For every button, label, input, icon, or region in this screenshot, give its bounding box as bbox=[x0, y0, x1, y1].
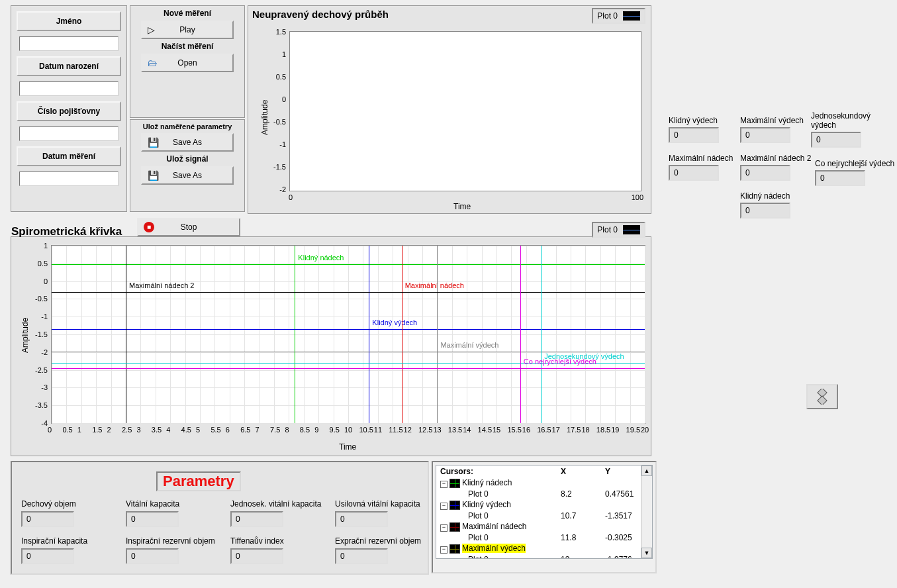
scroll-up-icon[interactable]: ▲ bbox=[641, 466, 652, 476]
readout-label: Maximální nádech bbox=[669, 154, 733, 163]
new-measure-title: Nové měření bbox=[130, 9, 244, 18]
param-label: Inspirační kapacita bbox=[21, 536, 87, 546]
readout-label: Co nejrychlejší výdech bbox=[815, 159, 894, 168]
raw-chart-xlabel: Time bbox=[453, 202, 471, 211]
spiro-chart-area[interactable]: 00.511.522.533.544.555.566.577.588.599.5… bbox=[51, 245, 645, 424]
stop-button[interactable]: ■ Stop bbox=[137, 218, 240, 236]
readout-value[interactable] bbox=[815, 170, 865, 186]
readout-value[interactable] bbox=[740, 203, 790, 219]
param-label: Jednosek. vitální kapacita bbox=[230, 499, 321, 509]
param-label: Usilovná vitální kapacita bbox=[335, 499, 420, 509]
param-value[interactable] bbox=[230, 548, 283, 564]
param-label: Exprační rezervní objem bbox=[335, 536, 421, 546]
param-value[interactable] bbox=[230, 511, 283, 527]
param-label: Vitální kapacita bbox=[126, 499, 179, 509]
actions-panel-2: Ulož naměřené parametry 💾 Save As Ulož s… bbox=[130, 119, 245, 212]
readout-value[interactable] bbox=[740, 165, 790, 181]
save-params-title: Ulož naměřené parametry bbox=[130, 122, 244, 130]
play-button[interactable]: ▷ Play bbox=[141, 21, 234, 39]
svg-rect-1 bbox=[818, 396, 827, 405]
params-panel: Parametry Dechový objem Vitální kapacita… bbox=[11, 461, 429, 575]
line-swatch-icon bbox=[623, 225, 640, 234]
readout-value[interactable] bbox=[669, 165, 719, 181]
readout-label: Klidný nádech bbox=[740, 191, 790, 201]
save-params-button[interactable]: 💾 Save As bbox=[141, 133, 234, 152]
patient-panel: Jméno Datum narození Číslo pojišťovny Da… bbox=[11, 5, 127, 212]
param-value[interactable] bbox=[126, 511, 179, 527]
name-input[interactable] bbox=[19, 36, 118, 51]
param-value[interactable] bbox=[335, 511, 388, 527]
measure-date-input[interactable] bbox=[19, 172, 118, 186]
spiro-chart-ylabel: Amplitude bbox=[21, 318, 30, 353]
raw-chart-legend[interactable]: Plot 0 bbox=[592, 8, 645, 24]
raw-chart-title: Neupravený dechový průběh bbox=[252, 9, 389, 20]
line-swatch-icon bbox=[623, 11, 640, 21]
param-value[interactable] bbox=[335, 548, 388, 564]
save-signal-title: Ulož signál bbox=[130, 154, 244, 164]
dob-input[interactable] bbox=[19, 81, 118, 96]
param-label: Tiffenaův index bbox=[230, 536, 284, 546]
scroll-down-icon[interactable]: ▼ bbox=[641, 548, 652, 558]
insurance-input[interactable] bbox=[19, 126, 118, 141]
param-label: Dechový objem bbox=[21, 499, 76, 509]
play-icon: ▷ bbox=[148, 24, 155, 35]
dob-label: Datum narození bbox=[19, 59, 118, 74]
spiro-chart-xlabel: Time bbox=[339, 442, 356, 452]
readout-value[interactable] bbox=[740, 127, 790, 143]
cursors-header: Cursors: bbox=[436, 466, 557, 477]
insurance-label: Číslo pojišťovny bbox=[19, 104, 118, 119]
readout-label: Klidný výdech bbox=[669, 116, 719, 125]
spiro-chart-title: Spirometrická křivka bbox=[11, 225, 122, 238]
param-value[interactable] bbox=[21, 548, 74, 564]
raw-chart-panel: Neupravený dechový průběh Plot 0 1.5 1 0… bbox=[248, 5, 651, 214]
open-button-label: Open bbox=[177, 58, 197, 68]
raw-chart-ylabel: Amplitude bbox=[260, 100, 269, 135]
play-button-label: Play bbox=[179, 25, 195, 34]
save-params-button-label: Save As bbox=[173, 138, 202, 147]
open-button[interactable]: 🗁 Open bbox=[141, 54, 234, 72]
resize-grip-button[interactable] bbox=[806, 384, 838, 409]
params-title: Parametry bbox=[156, 471, 241, 491]
scrollbar[interactable]: ▲ ▼ bbox=[641, 466, 652, 558]
spiro-chart-legend-label: Plot 0 bbox=[597, 225, 618, 234]
actions-panel-1: Nové měření ▷ Play Načíst měření 🗁 Open bbox=[130, 5, 245, 118]
spiro-chart-legend[interactable]: Plot 0 bbox=[592, 222, 645, 238]
cursors-col-x: X bbox=[557, 466, 601, 477]
raw-chart-area[interactable]: 1.5 1 0.5 0 -0.5 -1 -1.5 -2 0 100 bbox=[289, 31, 641, 191]
save-signal-button[interactable]: 💾 Save As bbox=[141, 166, 234, 185]
param-value[interactable] bbox=[126, 548, 179, 564]
readout-value[interactable] bbox=[811, 132, 861, 148]
measure-date-label: Datum měření bbox=[19, 149, 118, 164]
spiro-chart-panel: Spirometrická křivka Plot 0 00.511.522.5… bbox=[11, 236, 651, 456]
param-value[interactable] bbox=[21, 511, 74, 527]
stop-icon: ■ bbox=[144, 222, 154, 232]
save-signal-button-label: Save As bbox=[173, 171, 202, 180]
grip-icon bbox=[814, 389, 830, 405]
cursors-list[interactable]: Cursors: X Y −Klidný nádechPlot 08.20.47… bbox=[436, 465, 653, 559]
cursors-panel: Cursors: X Y −Klidný nádechPlot 08.20.47… bbox=[432, 461, 657, 573]
name-label: Jméno bbox=[19, 14, 118, 28]
load-measure-title: Načíst měření bbox=[130, 42, 244, 51]
param-label: Inspirační rezervní objem bbox=[126, 536, 215, 546]
raw-chart-legend-label: Plot 0 bbox=[597, 11, 618, 21]
save-icon: 💾 bbox=[148, 137, 159, 148]
stop-button-label: Stop bbox=[181, 222, 197, 232]
save-icon: 💾 bbox=[148, 170, 159, 181]
readout-label: Maximální výdech bbox=[740, 116, 804, 125]
readout-label: Jednosekundový výdech bbox=[811, 111, 897, 130]
readout-value[interactable] bbox=[669, 127, 719, 143]
folder-open-icon: 🗁 bbox=[148, 58, 157, 68]
readout-label: Maximální nádech 2 bbox=[740, 154, 811, 163]
